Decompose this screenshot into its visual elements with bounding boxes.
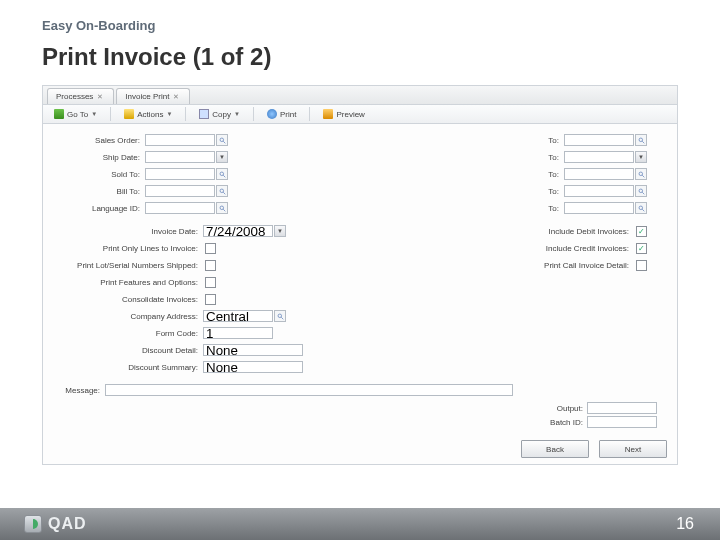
checkbox[interactable] [205,294,216,305]
svg-point-4 [220,189,224,193]
field-label: Sold To: [53,170,145,179]
discount-detail-input[interactable] [203,344,303,356]
tab-invoice-print[interactable]: Invoice Print ✕ [116,88,190,104]
field-label: Print Call Invoice Detail: [524,261,634,270]
checkbox[interactable]: ✓ [636,226,647,237]
lookup-icon[interactable] [635,202,647,214]
print-button[interactable]: Print [260,107,303,121]
checkbox[interactable] [205,277,216,288]
checkbox[interactable] [205,243,216,254]
copy-icon [199,109,209,119]
preview-button[interactable]: Preview [316,107,371,121]
field-label: Ship Date: [53,153,145,162]
form-col-right: To: To:▼ To: To: To: [504,132,647,217]
svg-point-6 [220,206,224,210]
chevron-down-icon[interactable]: ▼ [635,151,647,163]
lookup-icon[interactable] [635,168,647,180]
checkbox[interactable]: ✓ [636,243,647,254]
tab-processes[interactable]: Processes ✕ [47,88,114,104]
svg-point-8 [639,138,643,142]
field-label: Sales Order: [53,136,145,145]
lookup-icon[interactable] [216,202,228,214]
batch-id-input[interactable] [587,416,657,428]
preview-label: Preview [336,110,364,119]
field-label: Include Credit Invoices: [524,244,634,253]
output-input[interactable] [587,402,657,414]
output-rows: Output: Batch ID: [53,402,657,428]
lookup-icon[interactable] [274,310,286,322]
wizard-buttons: Back Next [43,434,677,464]
bill-to-input[interactable] [145,185,215,197]
lookup-icon[interactable] [216,134,228,146]
separator [185,107,186,121]
chevron-down-icon: ▼ [91,111,97,117]
field-label: Print Features and Options: [53,278,203,287]
svg-point-0 [220,138,224,142]
svg-line-11 [642,175,644,177]
svg-point-10 [639,172,643,176]
toolbar: Go To ▼ Actions ▼ Copy ▼ Print Preview [43,105,677,124]
field-label: Bill To: [53,187,145,196]
lookup-icon[interactable] [635,134,647,146]
form-code-input[interactable] [203,327,273,339]
goto-button[interactable]: Go To ▼ [47,107,104,121]
actions-label: Actions [137,110,163,119]
message-input[interactable] [105,384,513,396]
lookup-icon[interactable] [216,185,228,197]
actions-button[interactable]: Actions ▼ [117,107,179,121]
svg-line-15 [642,209,644,211]
svg-point-12 [639,189,643,193]
language-id-input[interactable] [145,202,215,214]
field-label: Message: [53,386,105,395]
logo-text: QAD [48,515,87,533]
checkbox[interactable] [636,260,647,271]
field-label: Discount Detail: [53,346,203,355]
sold-to-input[interactable] [145,168,215,180]
to-input[interactable] [564,202,634,214]
tab-label: Processes [56,92,93,101]
ship-date-input[interactable] [145,151,215,163]
field-label: Language ID: [53,204,145,213]
svg-point-16 [278,314,282,318]
field-label: Include Debit Invoices: [524,227,634,236]
discount-summary-input[interactable] [203,361,303,373]
separator [110,107,111,121]
field-label: Batch ID: [550,418,587,427]
chevron-down-icon[interactable]: ▼ [216,151,228,163]
goto-label: Go To [67,110,88,119]
field-label: Print Lot/Serial Numbers Shipped: [53,261,203,270]
slide-subtitle: Easy On-Boarding [42,18,678,33]
svg-point-14 [639,206,643,210]
logo-icon [24,515,42,533]
checkbox[interactable] [205,260,216,271]
close-icon[interactable]: ✕ [173,93,179,101]
separator [309,107,310,121]
app-window: Processes ✕ Invoice Print ✕ Go To ▼ Acti… [42,85,678,465]
copy-button[interactable]: Copy ▼ [192,107,247,121]
lookup-icon[interactable] [635,185,647,197]
field-label: To: [504,187,564,196]
chevron-down-icon[interactable]: ▼ [274,225,286,237]
sales-order-input[interactable] [145,134,215,146]
close-icon[interactable]: ✕ [97,93,103,101]
field-label: Print Only Lines to Invoice: [53,244,203,253]
to-input[interactable] [564,168,634,180]
back-button[interactable]: Back [521,440,589,458]
to-input[interactable] [564,151,634,163]
svg-line-3 [223,175,225,177]
field-label: To: [504,136,564,145]
invoice-date-input[interactable] [203,225,273,237]
next-button[interactable]: Next [599,440,667,458]
actions-icon [124,109,134,119]
svg-line-7 [223,209,225,211]
to-input[interactable] [564,134,634,146]
svg-line-13 [642,192,644,194]
company-address-input[interactable] [203,310,273,322]
field-label: Consolidate Invoices: [53,295,203,304]
to-input[interactable] [564,185,634,197]
tab-label: Invoice Print [125,92,169,101]
svg-line-17 [281,317,283,319]
goto-icon [54,109,64,119]
page-number: 16 [676,515,694,533]
lookup-icon[interactable] [216,168,228,180]
